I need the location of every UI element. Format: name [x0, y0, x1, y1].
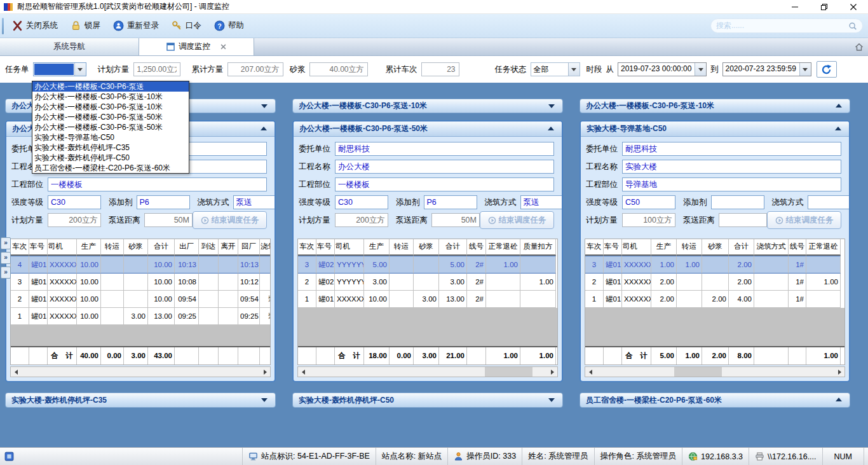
task-order-option[interactable]: 员工宿舍楼-一楼梁柱-C20-P6-泵送-60米 — [32, 163, 189, 173]
task-panel-header[interactable]: 实验大楼-导弹基地-C50 — [581, 121, 849, 137]
relogin-button[interactable]: 重新登录 — [109, 17, 163, 35]
end-dispatch-task-button[interactable]: 结束调度任务 — [767, 211, 841, 229]
refresh-button[interactable] — [817, 61, 837, 78]
pour-method-field[interactable] — [233, 195, 276, 209]
task-order-option[interactable]: 办公大楼-一楼楼板-C30-P6-泵送-10米 — [32, 92, 189, 102]
expand-panel-button[interactable]: » — [1, 237, 11, 249]
tab-system-navigation[interactable]: 系统导航 — [0, 38, 139, 55]
additive-field[interactable] — [424, 195, 477, 209]
scroll-left-arrow-icon[interactable] — [585, 367, 595, 377]
part-field[interactable] — [622, 177, 841, 191]
plan-volume-field[interactable] — [48, 213, 101, 227]
additive-field[interactable] — [137, 195, 190, 209]
client-field[interactable] — [335, 142, 554, 156]
minimize-button[interactable] — [780, 0, 810, 13]
table-row[interactable]: 2罐02YYYYYY3.003.002#1.00 — [298, 274, 557, 291]
task-panel-header-collapsed[interactable]: 员工宿舍楼-一楼梁柱-C20-P6-泵送-60米 — [580, 392, 850, 408]
table-cell: XXXXXX — [48, 256, 77, 274]
horizontal-scrollbar[interactable] — [297, 366, 558, 377]
total-trips-field[interactable] — [421, 62, 459, 76]
close-system-button[interactable]: 关闭系统 — [8, 17, 62, 35]
scrollbar-thumb[interactable] — [485, 367, 532, 377]
help-button[interactable]: ?帮助 — [210, 17, 248, 35]
scrollbar-track[interactable] — [595, 367, 834, 377]
task-order-select[interactable] — [33, 62, 86, 76]
total-volume-field[interactable] — [227, 62, 283, 76]
horizontal-scrollbar[interactable] — [585, 366, 845, 377]
part-field[interactable] — [48, 177, 267, 191]
scrollbar-track[interactable] — [308, 367, 547, 377]
part-field[interactable] — [335, 177, 554, 191]
mortar-field[interactable] — [309, 62, 368, 76]
task-panel-header-collapsed[interactable]: 办公大楼-一楼楼板-C30-P6-泵送-10米 — [580, 99, 850, 113]
scroll-right-arrow-icon[interactable] — [547, 367, 557, 377]
horizontal-scrollbar[interactable] — [10, 366, 271, 377]
task-order-option[interactable]: 办公大楼-一楼楼板-C30-P6-泵送 — [32, 81, 189, 92]
table-row[interactable]: 1罐01XXXXXX10.003.0013.0009:2509:25泵送 — [11, 308, 270, 325]
task-order-option[interactable]: 实验大楼-轰炸机停机坪-C50 — [32, 153, 189, 163]
chevron-down-icon[interactable] — [799, 63, 811, 76]
pour-method-field[interactable] — [808, 195, 851, 209]
pump-distance-field[interactable] — [431, 213, 480, 227]
lock-screen-button[interactable]: 锁屏 — [66, 17, 105, 35]
scroll-right-arrow-icon[interactable] — [834, 367, 844, 377]
table-row[interactable]: 3罐02YYYYYY5.005.002#1.00 — [298, 256, 557, 274]
table-row[interactable]: 1罐01XXXXXX10.003.0013.002# — [298, 291, 557, 308]
task-panel-header[interactable]: 办公大楼-一楼楼板-C30-P6-泵送-50米 — [294, 121, 562, 137]
trips-table[interactable]: 车次车号司机生产转运砂浆合计线号正常退砼质量扣方3罐02YYYYYY5.005.… — [297, 239, 558, 365]
end-dispatch-task-button[interactable]: 结束调度任务 — [193, 211, 267, 229]
scroll-left-arrow-icon[interactable] — [298, 367, 308, 377]
plan-volume-field[interactable] — [335, 213, 388, 227]
scroll-right-arrow-icon[interactable] — [260, 367, 270, 377]
home-icon[interactable] — [854, 38, 864, 55]
plan-volume-field[interactable] — [622, 213, 675, 227]
scrollbar-track[interactable] — [21, 367, 260, 377]
chevron-down-icon[interactable] — [695, 63, 706, 76]
pump-distance-field[interactable] — [719, 213, 767, 227]
table-row[interactable]: 2罐01XXXXXX2.002.001#1.00 — [585, 274, 844, 291]
task-order-option[interactable]: 实验大楼-轰炸机停机坪-C35 — [32, 142, 189, 153]
project-field[interactable] — [335, 160, 554, 174]
chevron-down-icon[interactable] — [568, 63, 580, 76]
task-order-option[interactable]: 实验大楼-导弹基地-C50 — [32, 132, 189, 142]
plan-volume-field[interactable] — [133, 62, 180, 76]
expand-panel-button[interactable]: » — [1, 267, 11, 279]
table-row[interactable]: 1罐01XXXXXX2.002.004.001# — [585, 291, 844, 308]
task-order-option[interactable]: 办公大楼-一楼楼板-C30-P6-泵送-50米 — [32, 122, 189, 132]
table-row[interactable]: 2罐01XXXXXX10.0010.0009:5409:54泵送 — [11, 291, 270, 308]
pour-method-field[interactable] — [520, 195, 564, 209]
task-order-option[interactable]: 办公大楼-一楼楼板-C30-P6-泵送-10米 — [32, 102, 189, 112]
search-icon[interactable] — [848, 22, 857, 31]
tab-close-icon[interactable] — [220, 44, 226, 50]
task-panel-header-collapsed[interactable]: 实验大楼-轰炸机停机坪-C50 — [292, 392, 563, 408]
pump-distance-field[interactable] — [144, 213, 193, 227]
scrollbar-thumb[interactable] — [674, 367, 722, 377]
table-row[interactable]: 4罐01XXXXXX10.0010.0010:1310:13 — [11, 256, 270, 274]
tab-dispatch-monitor[interactable]: 调度监控 — [139, 38, 254, 55]
additive-field[interactable] — [711, 195, 764, 209]
table-cell: 生产 — [77, 239, 101, 256]
table-row[interactable]: 3罐01XXXXXX10.0010.0010:0810:12 — [11, 274, 270, 291]
expand-panel-button[interactable]: » — [1, 252, 11, 264]
close-button[interactable] — [839, 0, 868, 13]
table-row[interactable]: 3罐01XXXXXX1.001.002.001# — [585, 256, 844, 274]
grade-field[interactable] — [48, 195, 101, 209]
project-field[interactable] — [622, 160, 841, 174]
search-input[interactable]: 搜索...... — [710, 18, 863, 33]
date-to-picker[interactable]: 2020-07-23 23:59:59 — [722, 62, 811, 76]
task-order-option[interactable]: 办公大楼-一楼楼板-C30-P6-泵送-50米 — [32, 112, 189, 122]
password-button[interactable]: 口令 — [167, 17, 206, 35]
task-panel-header-collapsed[interactable]: 办公大楼-一楼楼板-C30-P6-泵送-10米 — [292, 99, 563, 113]
scroll-left-arrow-icon[interactable] — [11, 367, 21, 377]
trips-table[interactable]: 车次车号司机生产转运砂浆合计出厂到达离开回厂浇筑方式4罐01XXXXXX10.0… — [10, 239, 271, 365]
grade-field[interactable] — [622, 195, 675, 209]
client-field[interactable] — [622, 142, 841, 156]
grade-field[interactable] — [335, 195, 388, 209]
task-panel-header-collapsed[interactable]: 实验大楼-轰炸机停机坪-C35 — [5, 392, 276, 408]
restore-button[interactable] — [810, 0, 839, 13]
trips-table[interactable]: 车次车号司机生产转运砂浆合计浇筑方式线号正常退砼3罐01XXXXXX1.001.… — [585, 239, 845, 365]
end-dispatch-task-button[interactable]: 结束调度任务 — [480, 211, 554, 229]
date-from-picker[interactable]: 2019-07-23 00:00:00 — [618, 62, 707, 76]
chevron-down-icon[interactable] — [74, 63, 86, 76]
task-status-select[interactable]: 全部 — [531, 62, 580, 76]
